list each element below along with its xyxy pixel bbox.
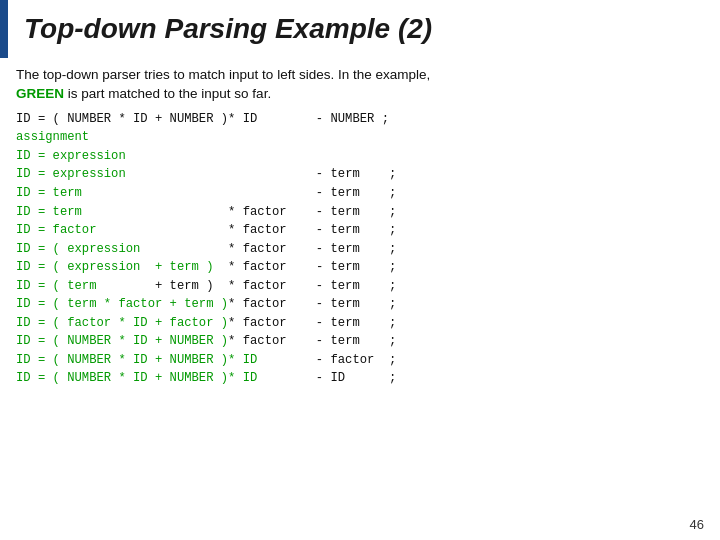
code-line-6: ID = factor * factor - term ; (16, 221, 700, 240)
green-word: GREEN (16, 86, 64, 101)
description-line1: The top-down parser tries to match input… (16, 67, 430, 82)
code-line-0: ID = ( NUMBER * ID + NUMBER )* ID - NUMB… (16, 110, 700, 129)
content-area: The top-down parser tries to match input… (0, 58, 720, 396)
code-line-13: ID = ( NUMBER * ID + NUMBER )* ID - fact… (16, 351, 700, 370)
code-line-1: assignment (16, 128, 700, 147)
page-number: 46 (690, 517, 704, 532)
slide: Top-down Parsing Example (2) The top-dow… (0, 0, 720, 540)
code-line-2: ID = expression (16, 147, 700, 166)
code-block: ID = ( NUMBER * ID + NUMBER )* ID - NUMB… (16, 110, 700, 388)
code-line-14: ID = ( NUMBER * ID + NUMBER )* ID - ID ; (16, 369, 700, 388)
code-line-11: ID = ( factor * ID + factor )* factor - … (16, 314, 700, 333)
code-line-8: ID = ( expression + term ) * factor - te… (16, 258, 700, 277)
code-line-12: ID = ( NUMBER * ID + NUMBER )* factor - … (16, 332, 700, 351)
title-bar: Top-down Parsing Example (2) (0, 0, 720, 58)
code-line-7: ID = ( expression * factor - term ; (16, 240, 700, 259)
code-line-4: ID = term - term ; (16, 184, 700, 203)
description-line2: is part matched to the input so far. (64, 86, 271, 101)
code-line-9: ID = ( term + term ) * factor - term ; (16, 277, 700, 296)
description: The top-down parser tries to match input… (16, 66, 700, 104)
code-line-5: ID = term * factor - term ; (16, 203, 700, 222)
slide-title: Top-down Parsing Example (2) (8, 0, 448, 58)
code-line-3: ID = expression - term ; (16, 165, 700, 184)
title-accent (0, 0, 8, 58)
code-line-10: ID = ( term * factor + term )* factor - … (16, 295, 700, 314)
